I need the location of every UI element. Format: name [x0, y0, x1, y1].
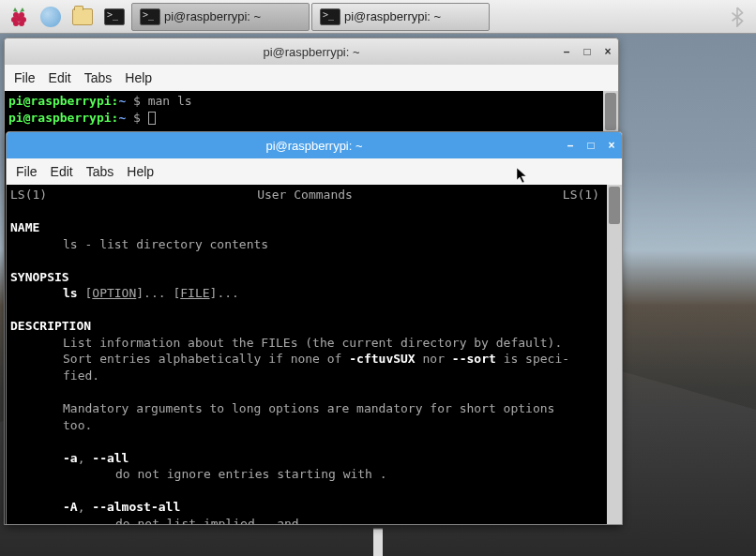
bluetooth-button[interactable] — [722, 3, 752, 31]
menubar: File Edit Tabs Help — [5, 65, 618, 91]
menu-tabs[interactable]: Tabs — [86, 164, 114, 179]
prompt-path: ~ — [118, 94, 126, 108]
prompt-symbol: $ — [133, 111, 141, 125]
menu-file[interactable]: File — [16, 164, 38, 179]
taskbar: pi@raspberrypi: ~ pi@raspberrypi: ~ — [0, 0, 756, 34]
man-header-right: LS(1) — [563, 187, 599, 203]
svg-point-6 — [19, 21, 24, 26]
menu-file[interactable]: File — [14, 70, 36, 85]
window-titlebar[interactable]: pi@raspberrypi: ~ – □ × — [7, 132, 622, 158]
prompt-user: pi@raspberrypi — [8, 94, 112, 108]
maximize-button[interactable]: □ — [584, 139, 597, 152]
terminal-icon — [104, 8, 125, 25]
man-header-left: LS(1) — [10, 187, 47, 203]
menu-help[interactable]: Help — [127, 164, 154, 179]
menu-help[interactable]: Help — [125, 70, 152, 85]
close-button[interactable]: × — [601, 45, 614, 58]
menubar: File Edit Tabs Help — [7, 158, 622, 185]
prompt-user: pi@raspberrypi — [8, 111, 112, 125]
terminal-content[interactable]: LS(1) User Commands LS(1) NAME ls - list… — [7, 185, 622, 524]
menu-edit[interactable]: Edit — [49, 70, 71, 85]
man-name-line: ls - list directory contents — [10, 236, 618, 253]
prompt-path: ~ — [118, 111, 126, 125]
cursor — [148, 112, 156, 125]
terminal-icon — [140, 8, 160, 25]
globe-icon — [40, 7, 61, 27]
task-label: pi@raspberrypi: ~ — [344, 9, 441, 23]
prompt-symbol: $ — [133, 94, 141, 108]
bluetooth-icon — [729, 7, 746, 27]
minimize-button[interactable]: – — [560, 45, 573, 58]
filemanager-button[interactable] — [68, 3, 98, 31]
menu-tabs[interactable]: Tabs — [84, 70, 113, 85]
window-titlebar[interactable]: pi@raspberrypi: ~ – □ × — [5, 38, 618, 65]
terminal-icon — [320, 8, 340, 25]
menu-button[interactable] — [4, 3, 34, 31]
window-title: pi@raspberrypi: ~ — [263, 45, 359, 59]
scrollbar-thumb[interactable] — [609, 187, 620, 224]
scrollbar-thumb[interactable] — [605, 93, 616, 130]
task-label: pi@raspberrypi: ~ — [164, 9, 261, 23]
folder-icon — [72, 8, 93, 25]
menu-edit[interactable]: Edit — [51, 164, 73, 179]
svg-point-3 — [16, 16, 22, 22]
terminal-launcher-button[interactable] — [99, 3, 129, 31]
man-header-center: User Commands — [257, 187, 353, 203]
svg-point-5 — [13, 21, 19, 26]
close-button[interactable]: × — [605, 139, 618, 152]
window-title: pi@raspberrypi: ~ — [265, 139, 362, 153]
taskbar-task-1[interactable]: pi@raspberrypi: ~ — [131, 3, 310, 31]
raspberry-icon — [8, 6, 30, 28]
command-text: man ls — [148, 94, 192, 108]
terminal-window-2[interactable]: pi@raspberrypi: ~ – □ × File Edit Tabs H… — [6, 131, 623, 525]
scrollbar[interactable] — [607, 185, 622, 524]
man-section-name: NAME — [10, 219, 618, 236]
browser-button[interactable] — [36, 3, 66, 31]
man-section-synopsis: SYNOPSIS — [10, 269, 618, 286]
maximize-button[interactable]: □ — [581, 45, 594, 58]
taskbar-task-2[interactable]: pi@raspberrypi: ~ — [311, 3, 490, 31]
minimize-button[interactable]: – — [564, 139, 577, 152]
man-section-description: DESCRIPTION — [10, 318, 618, 335]
